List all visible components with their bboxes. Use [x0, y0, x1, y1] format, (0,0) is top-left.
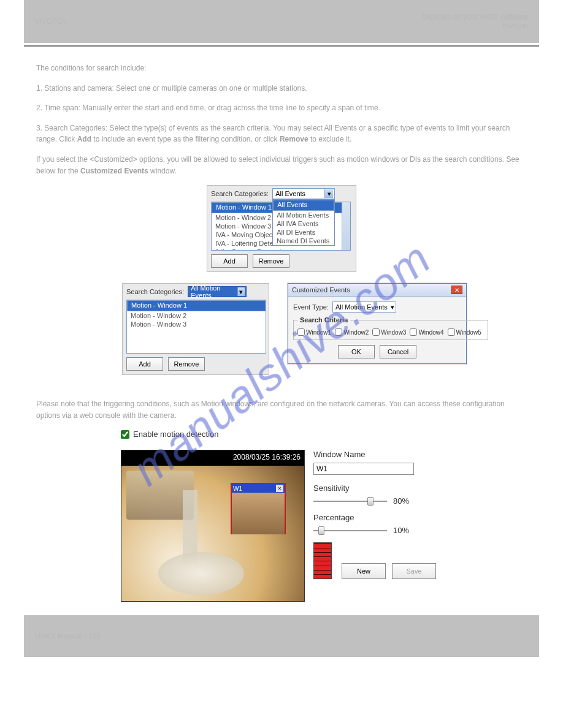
- list-item[interactable]: Motion - Window 3: [127, 320, 266, 328]
- window2-checkbox[interactable]: Window2: [335, 328, 369, 336]
- dropdown-option[interactable]: All IVA Events: [273, 219, 334, 228]
- search-categories-select-2[interactable]: All Motion Events ▾: [188, 286, 247, 297]
- header-brand: VIVOTEK: [35, 17, 67, 26]
- intro-li1: 1. Stations and camera: Select one or mu…: [36, 83, 527, 94]
- sensitivity-slider[interactable]: [313, 501, 387, 502]
- search-categories-panel-2: Search Categories: All Motion Events ▾ M…: [122, 283, 269, 375]
- window-name-input[interactable]: [313, 463, 414, 475]
- camera-preview[interactable]: W1 ×: [121, 465, 304, 601]
- motion-indicator: [313, 542, 332, 579]
- motion-window-title: W1: [233, 485, 242, 492]
- motion-window[interactable]: W1 ×: [231, 483, 286, 534]
- close-icon[interactable]: ×: [276, 485, 283, 492]
- header-note: Depends on your VAST software revision: [421, 13, 528, 30]
- percentage-slider[interactable]: [313, 530, 387, 531]
- event-listbox-2[interactable]: Motion - Window 1 Motion - Window 2 Moti…: [126, 300, 266, 354]
- list-item[interactable]: Motion - Window 2: [127, 311, 266, 320]
- enable-motion-label: Enable motion detection: [133, 430, 218, 439]
- list-item[interactable]: IVA - Camera Tampering: [212, 248, 350, 251]
- event-type-select[interactable]: All Motion Events ▾: [332, 301, 396, 313]
- ok-button[interactable]: OK: [338, 345, 375, 358]
- event-type-label: Event Type:: [293, 303, 329, 311]
- window3-checkbox[interactable]: Window3: [372, 328, 406, 336]
- search-categories-label: Search Categories:: [211, 190, 269, 197]
- list-item[interactable]: Motion - Window 1: [127, 300, 266, 311]
- window-name-label: Window Name: [313, 450, 436, 459]
- window5-checkbox[interactable]: Window5: [448, 328, 481, 336]
- footer-left: User's Manual - 155: [35, 632, 101, 640]
- enable-motion-checkbox[interactable]: Enable motion detection: [121, 430, 539, 439]
- percentage-label: Percentage: [313, 513, 436, 522]
- dropdown-option[interactable]: All DI Events: [273, 228, 334, 237]
- sensitivity-label: Sensitivity: [313, 483, 436, 493]
- remove-button[interactable]: Remove: [253, 254, 289, 268]
- search-categories-select[interactable]: All Events ▾: [272, 188, 335, 199]
- intro-li3: 3. Search Categories: Select the type(s)…: [36, 123, 527, 145]
- camera-preview-frame: 2008/03/25 16:39:26 W1 ×: [121, 450, 305, 602]
- header-note-line2: revision: [421, 21, 528, 30]
- close-icon[interactable]: ✕: [451, 286, 462, 294]
- save-button[interactable]: Save: [392, 563, 436, 579]
- intro-p2: If you select the <Customized> options, …: [36, 154, 527, 176]
- header-bar: VIVOTEK Depends on your VAST software re…: [24, 0, 539, 43]
- camera-timestamp: 2008/03/25 16:39:26: [121, 450, 304, 465]
- new-button[interactable]: New: [342, 563, 386, 579]
- add-button-2[interactable]: Add: [126, 357, 163, 371]
- search-categories-label-2: Search Categories:: [126, 288, 184, 295]
- window1-checkbox[interactable]: Window1: [297, 328, 331, 336]
- chevron-down-icon: ▾: [237, 287, 245, 296]
- dialog-title: Customized Events: [292, 286, 350, 294]
- header-divider: [24, 45, 539, 47]
- search-categories-dropdown[interactable]: All Events All Motion Events All IVA Eve…: [272, 199, 335, 246]
- footer-bar: User's Manual - 155: [24, 615, 539, 657]
- dropdown-option[interactable]: All Events: [273, 200, 334, 211]
- search-categories-panel: Search Categories: All Events ▾ All Even…: [207, 185, 356, 272]
- header-note-line1: Depends on your VAST software: [421, 13, 528, 21]
- window4-checkbox[interactable]: Window4: [410, 328, 443, 336]
- remove-button-2[interactable]: Remove: [168, 357, 205, 371]
- customized-events-dialog: Customized Events ✕ Event Type: All Moti…: [288, 283, 467, 364]
- sensitivity-value: 80%: [393, 496, 409, 506]
- search-criteria-legend: Search Criteria: [297, 316, 350, 324]
- dropdown-option[interactable]: Named DI Events: [273, 237, 334, 245]
- percentage-value: 10%: [393, 526, 409, 535]
- cancel-button[interactable]: Cancel: [380, 345, 416, 358]
- intro-li2: 2. Time span: Manually enter the start a…: [36, 102, 527, 114]
- config-note: Please note that the triggering conditio…: [36, 398, 527, 421]
- add-button[interactable]: Add: [211, 254, 248, 268]
- scrollbar[interactable]: [342, 202, 350, 250]
- dropdown-option[interactable]: All Motion Events: [273, 211, 334, 219]
- chevron-down-icon: ▾: [324, 189, 333, 198]
- intro-lead: The conditions for search include:: [36, 63, 527, 74]
- chevron-down-icon: ▾: [391, 303, 394, 311]
